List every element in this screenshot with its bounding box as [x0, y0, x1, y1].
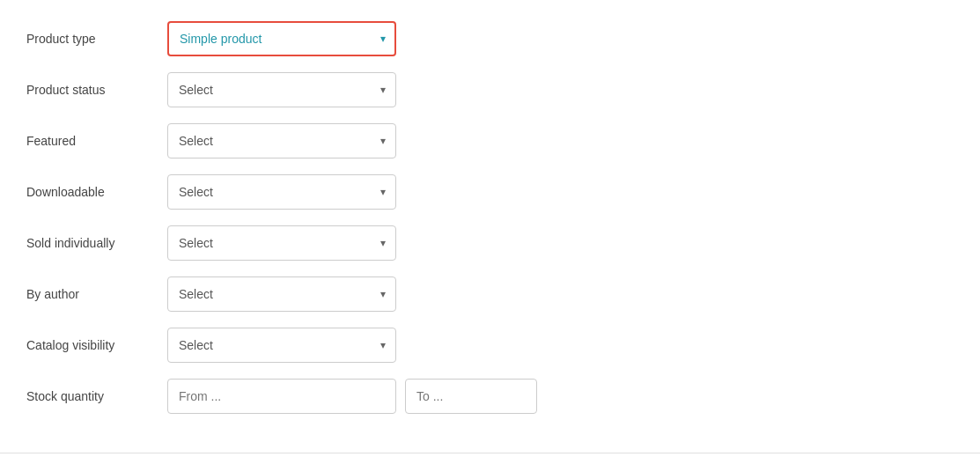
select-wrapper-by-author: Select ▾ — [167, 276, 396, 312]
control-wrap-downloadable: Select Yes No ▾ — [167, 174, 396, 210]
select-wrapper-product-status: Select Published Draft Pending ▾ — [167, 72, 396, 107]
stock-quantity-to-input[interactable] — [405, 379, 537, 414]
label-stock-quantity: Stock quantity — [26, 389, 167, 403]
label-featured: Featured — [26, 134, 167, 148]
control-wrap-catalog-visibility: Select Shop and search results Shop only… — [167, 328, 396, 363]
label-product-type: Product type — [26, 32, 167, 46]
select-featured[interactable]: Select Yes No — [167, 123, 396, 158]
page-container: Product type Simple product Variable pro… — [0, 0, 980, 457]
control-wrap-stock-quantity — [167, 379, 537, 414]
select-product-type[interactable]: Simple product Variable product Grouped … — [167, 21, 396, 56]
label-product-status: Product status — [26, 83, 167, 97]
control-wrap-product-type: Simple product Variable product Grouped … — [167, 21, 396, 56]
select-wrapper-sold-individually: Select Yes No ▾ — [167, 225, 396, 261]
select-wrapper-product-type: Simple product Variable product Grouped … — [167, 21, 396, 56]
select-downloadable[interactable]: Select Yes No — [167, 174, 396, 210]
footer-bar: Get products Reset Filters Save Profile — [0, 453, 980, 457]
label-catalog-visibility: Catalog visibility — [26, 338, 167, 352]
form-row-featured: Featured Select Yes No ▾ — [26, 120, 954, 162]
control-wrap-featured: Select Yes No ▾ — [167, 123, 396, 158]
form-row-by-author: By author Select ▾ — [26, 273, 954, 315]
form-row-product-status: Product status Select Published Draft Pe… — [26, 69, 954, 111]
form-row-product-type: Product type Simple product Variable pro… — [26, 18, 954, 60]
select-wrapper-downloadable: Select Yes No ▾ — [167, 174, 396, 210]
form-row-sold-individually: Sold individually Select Yes No ▾ — [26, 222, 954, 264]
select-wrapper-catalog-visibility: Select Shop and search results Shop only… — [167, 328, 396, 363]
label-by-author: By author — [26, 287, 167, 301]
label-downloadable: Downloadable — [26, 185, 167, 199]
form-area: Product type Simple product Variable pro… — [0, 0, 980, 444]
control-wrap-product-status: Select Published Draft Pending ▾ — [167, 72, 396, 107]
control-wrap-by-author: Select ▾ — [167, 276, 396, 312]
label-sold-individually: Sold individually — [26, 236, 167, 250]
stock-quantity-from-input[interactable] — [167, 379, 396, 414]
control-wrap-sold-individually: Select Yes No ▾ — [167, 225, 396, 261]
select-catalog-visibility[interactable]: Select Shop and search results Shop only… — [167, 328, 396, 363]
form-row-downloadable: Downloadable Select Yes No ▾ — [26, 171, 954, 213]
form-row-stock-quantity: Stock quantity — [26, 375, 954, 417]
select-wrapper-featured: Select Yes No ▾ — [167, 123, 396, 158]
select-product-status[interactable]: Select Published Draft Pending — [167, 72, 396, 107]
select-by-author[interactable]: Select — [167, 276, 396, 312]
form-row-catalog-visibility: Catalog visibility Select Shop and searc… — [26, 324, 954, 366]
select-sold-individually[interactable]: Select Yes No — [167, 225, 396, 261]
